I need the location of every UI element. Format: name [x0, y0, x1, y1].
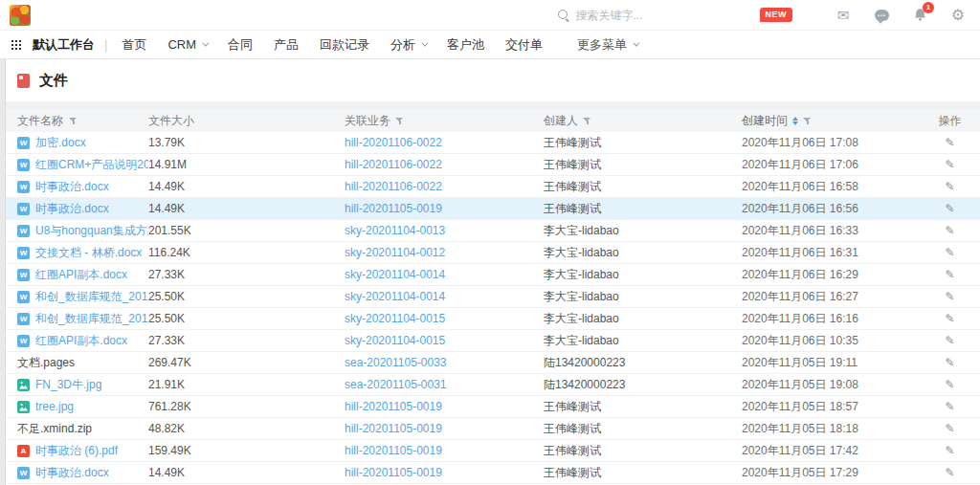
edit-icon[interactable]: ✎ [945, 379, 954, 390]
table-row[interactable]: W交接文档 - 林桥.docx116.24Ksky-20201104-0012李… [6, 242, 980, 264]
file-size: 25.50K [148, 290, 345, 303]
apps-grid-icon[interactable] [11, 39, 23, 51]
file-name-link[interactable]: tree.jpg [35, 400, 74, 413]
nav-item-4[interactable]: 产品 [263, 31, 309, 59]
edit-icon[interactable]: ✎ [945, 335, 954, 346]
table-row[interactable]: W加密.docx13.79Khill-20201106-0022王伟峰测试202… [6, 132, 980, 154]
edit-icon[interactable]: ✎ [945, 269, 954, 280]
related-business-link[interactable]: hill-20201106-0022 [345, 180, 442, 193]
related-business-link[interactable]: hill-20201105-0019 [345, 400, 442, 413]
table-row[interactable]: W时事政治.docx14.49Khill-20201106-0022王伟峰测试2… [6, 176, 980, 198]
pdf-file-icon: A [17, 445, 30, 457]
filter-icon[interactable] [395, 117, 404, 125]
related-business-link[interactable]: hill-20201105-0019 [345, 202, 442, 215]
nav-item-8[interactable]: 交付单 [495, 31, 553, 59]
related-business-link[interactable]: hill-20201105-0019 [345, 466, 442, 479]
created-time: 2020年11月06日 17:08 [742, 135, 920, 151]
workspace-title[interactable]: 默认工作台 [33, 36, 95, 54]
nav-item-5[interactable]: 回款记录 [309, 31, 380, 59]
creator: 王伟峰测试 [544, 135, 742, 151]
file-name-link[interactable]: FN_3D牛.jpg [35, 377, 101, 393]
table-row[interactable]: WU8与hongquan集成方案.docx201.55Ksky-20201104… [6, 220, 980, 242]
related-business-link[interactable]: sea-20201105-0033 [345, 356, 447, 369]
file-name: 文档.pages [17, 355, 75, 371]
app-logo[interactable] [10, 5, 31, 26]
file-name-link[interactable]: 交接文档 - 林桥.docx [35, 245, 142, 261]
action-cell: ✎ [920, 401, 980, 412]
search-input[interactable] [576, 9, 701, 22]
edit-icon[interactable]: ✎ [945, 423, 954, 434]
related-business-link[interactable]: sky-20201104-0014 [345, 290, 445, 303]
nav-item-3[interactable]: 合同 [217, 31, 263, 59]
file-name-link[interactable]: 红圈API副本.docx [35, 333, 127, 349]
file-name-link[interactable]: 时事政治.docx [35, 179, 109, 195]
file-name-link[interactable]: 时事政治 (6).pdf [35, 443, 118, 459]
table-row[interactable]: W红圈API副本.docx27.33Ksky-20201104-0015李大宝-… [6, 330, 980, 352]
nav-item-1[interactable]: 首页 [111, 31, 157, 59]
file-name-link[interactable]: 红圈API副本.docx [35, 267, 127, 283]
table-row[interactable]: W时事政治.docx14.49Khill-20201105-0019王伟峰测试2… [6, 198, 980, 220]
related-business-link[interactable]: hill-20201105-0019 [345, 444, 442, 457]
creator: 王伟峰测试 [544, 201, 742, 217]
nav-item-6[interactable]: 分析 [380, 31, 436, 59]
related-business-link[interactable]: sea-20201105-0031 [345, 378, 447, 391]
related-business-link[interactable]: sky-20201104-0012 [345, 246, 445, 259]
related-business-link[interactable]: sky-20201104-0015 [345, 312, 445, 325]
table-row[interactable]: FN_3D牛.jpg21.91Ksea-20201105-0031陆134200… [6, 374, 980, 396]
filter-icon[interactable] [69, 117, 78, 125]
gear-icon[interactable]: ⚙ [949, 7, 967, 24]
edit-icon[interactable]: ✎ [945, 247, 954, 258]
main-nav: 默认工作台 | 首页CRM合同产品回款记录分析客户池交付单更多菜单 [0, 31, 980, 59]
topbar-right-cluster: NEW ✉ … 1 ⚙ [557, 7, 968, 24]
edit-icon[interactable]: ✎ [945, 313, 954, 324]
edit-icon[interactable]: ✎ [945, 181, 954, 192]
created-time: 2020年11月05日 17:42 [742, 443, 920, 459]
table-row[interactable]: W和创_数据库规范_20171124.doc25.50Ksky-20201104… [6, 308, 980, 330]
filter-icon[interactable] [583, 117, 591, 125]
file-name-link[interactable]: U8与hongquan集成方案.docx [35, 223, 148, 239]
related-business-cell: sky-20201104-0012 [345, 246, 544, 259]
content-area: 文件 文件名称文件大小关联业务创建人创建时间操作 W加密.docx13.79Kh… [0, 59, 980, 485]
file-name-link[interactable]: 时事政治.docx [35, 465, 109, 481]
edit-icon[interactable]: ✎ [945, 445, 954, 456]
file-name-cell: W和创_数据库规范_20171124.doc [17, 289, 148, 305]
sort-icon[interactable] [792, 117, 798, 125]
edit-icon[interactable]: ✎ [945, 137, 954, 148]
table-row[interactable]: 文档.pages269.47Ksea-20201105-0033陆1342000… [6, 352, 980, 374]
related-business-link[interactable]: sky-20201104-0014 [345, 268, 445, 281]
table-row[interactable]: W时事政治.docx14.49Khill-20201105-0019王伟峰测试2… [6, 462, 980, 484]
table-row[interactable]: 不足.xmind.zip48.82Khill-20201105-0019王伟峰测… [6, 418, 980, 440]
file-name-link[interactable]: 加密.docx [35, 135, 86, 151]
table-row[interactable]: A时事政治 (6).pdf159.49Khill-20201105-0019王伟… [6, 440, 980, 462]
file-size: 27.33K [148, 268, 345, 281]
edit-icon[interactable]: ✎ [945, 467, 954, 478]
edit-icon[interactable]: ✎ [945, 401, 954, 412]
file-name-link[interactable]: 时事政治.docx [35, 201, 109, 217]
edit-icon[interactable]: ✎ [945, 291, 954, 302]
related-business-link[interactable]: sky-20201104-0013 [345, 224, 445, 237]
related-business-cell: sea-20201105-0033 [345, 356, 544, 369]
chat-icon[interactable]: … [873, 7, 890, 24]
table-row[interactable]: tree.jpg761.28Khill-20201105-0019王伟峰测试20… [6, 396, 980, 418]
table-row[interactable]: W红圈API副本.docx27.33Ksky-20201104-0014李大宝-… [6, 264, 980, 286]
table-row[interactable]: W和创_数据库规范_20171124.doc25.50Ksky-20201104… [6, 286, 980, 308]
nav-item-2[interactable]: CRM [157, 31, 217, 59]
nav-item-9[interactable]: 更多菜单 [567, 31, 648, 59]
edit-icon[interactable]: ✎ [945, 203, 954, 214]
bell-icon[interactable]: 1 [911, 7, 928, 24]
table-row[interactable]: W红圈CRM+产品说明201901_前端...14.91Mhill-202011… [6, 154, 980, 176]
global-search[interactable] [557, 9, 727, 22]
nav-item-7[interactable]: 客户池 [436, 31, 495, 59]
related-business-link[interactable]: hill-20201106-0022 [345, 136, 442, 149]
related-business-link[interactable]: hill-20201105-0019 [345, 422, 442, 435]
file-name-link[interactable]: 红圈CRM+产品说明201901_前端... [35, 157, 148, 173]
edit-icon[interactable]: ✎ [945, 225, 954, 236]
filter-icon[interactable] [803, 117, 812, 125]
file-name-link[interactable]: 和创_数据库规范_20171124.doc [35, 289, 148, 305]
mail-icon[interactable]: ✉ [835, 7, 852, 24]
edit-icon[interactable]: ✎ [945, 159, 954, 170]
related-business-link[interactable]: sky-20201104-0015 [345, 334, 445, 347]
edit-icon[interactable]: ✎ [945, 357, 954, 368]
related-business-link[interactable]: hill-20201106-0022 [345, 158, 442, 171]
file-name-link[interactable]: 和创_数据库规范_20171124.doc [35, 311, 148, 327]
